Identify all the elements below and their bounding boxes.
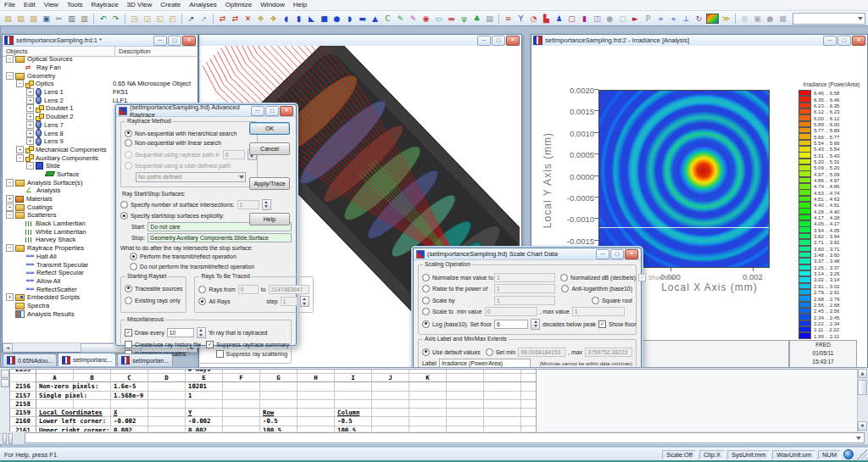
expand-toggle-icon[interactable]: + (16, 146, 24, 153)
field-2147483647[interactable]: 2147483647 (269, 285, 309, 294)
toolbar-combobox[interactable] (793, 13, 865, 25)
button-cancel[interactable]: Cancel (249, 142, 290, 155)
expand-toggle-icon[interactable]: − (6, 55, 14, 63)
field-10[interactable]: 10 (167, 328, 194, 337)
cell-K-2157[interactable] (409, 392, 447, 400)
radio-existing-rays-only[interactable]: Existing rays only (125, 297, 181, 304)
field-0[interactable]: 0 (238, 285, 259, 294)
menu-file[interactable]: File (0, 0, 19, 10)
new-from-template-icon[interactable]: ▤ (14, 13, 27, 25)
splitter-button-icon[interactable] (1, 370, 9, 378)
cell-A-h[interactable]: A (36, 374, 74, 382)
cell-C-h[interactable]: C (111, 374, 148, 382)
cell-I-2158[interactable] (335, 400, 372, 409)
cell-x-2160[interactable] (484, 417, 521, 426)
trace-and-render-icon[interactable]: ⇄ (229, 13, 242, 25)
view-orient-1-icon[interactable]: ◳ (128, 13, 141, 25)
curve-icon[interactable]: C (381, 13, 394, 25)
trace-rays-icon[interactable]: ⇄ (216, 13, 229, 25)
cell-x-2158[interactable] (521, 400, 537, 409)
output-spreadsheet[interactable]: 2155# RaysABCDEFGHIJK2156Non-zero pixels… (9, 369, 537, 432)
button-apply-trace[interactable]: Apply/Trace (249, 177, 290, 190)
cell-C-2157[interactable]: 1.568e-9 (111, 392, 148, 400)
radio-traceable-sources[interactable]: Traceable sources (125, 285, 182, 292)
cell-I-2159[interactable]: Column (335, 409, 372, 417)
cell-K-2156[interactable] (409, 382, 447, 391)
cell-J-2158[interactable] (372, 400, 409, 409)
step-forward-icon[interactable]: » (654, 13, 667, 25)
ray-chart-icon[interactable]: Y (515, 13, 527, 25)
minimize-icon[interactable]: — (153, 36, 167, 46)
spinner-control[interactable] (531, 319, 540, 330)
cell-x-2156[interactable] (447, 382, 484, 391)
field-1[interactable]: 1 (494, 273, 555, 282)
splitter-button-icon[interactable] (1, 379, 9, 387)
undo-icon[interactable]: ↶ (97, 13, 109, 25)
row-number[interactable] (10, 374, 36, 382)
radio-square-root[interactable]: Square root (592, 297, 632, 304)
expand-toggle-icon[interactable]: + (26, 104, 34, 112)
cell-A-2160[interactable]: Lower left corner: (36, 417, 74, 426)
cell-H-2159[interactable] (298, 409, 335, 417)
cell-G-2156[interactable] (260, 382, 298, 391)
cell-C-2160[interactable]: -0.002 (111, 417, 148, 426)
field-3759752-38223[interactable]: 3759752.38223 (585, 348, 632, 357)
radio-sequential-using-raytrace-path[interactable]: Sequential using raytrace path #: (125, 151, 220, 159)
zoom-window-icon[interactable]: ◎ (738, 13, 751, 25)
cell-G-h[interactable]: G (260, 374, 298, 382)
cell-x-2159[interactable] (521, 409, 537, 417)
irradiance-false-color-plot[interactable] (598, 90, 770, 268)
tree-item-geometry[interactable]: −Geometry (3, 71, 198, 80)
3d-view-titlebar[interactable]: — □ ✕ (199, 35, 521, 47)
cell-E-2156[interactable]: 10201 (186, 382, 223, 391)
tree-item-optics[interactable]: −Optics0.65 NA Microscope Object (3, 80, 198, 88)
expand-toggle-icon[interactable]: + (26, 121, 34, 129)
field-98-0068184153[interactable]: 98.0068184153 (518, 348, 565, 357)
source-alt-icon[interactable]: ❖ (267, 13, 280, 25)
cell-J-2156[interactable] (372, 382, 409, 391)
close-icon[interactable]: ✕ (182, 36, 196, 46)
maximize-icon[interactable]: □ (265, 106, 279, 116)
delete-rays-icon[interactable]: ✕ (242, 13, 254, 25)
cell-F-2158[interactable] (223, 400, 260, 409)
cell-x-2158[interactable] (447, 400, 484, 409)
cell-E-2160[interactable]: -0.002 (186, 417, 223, 426)
cell-F-h[interactable]: F (223, 374, 260, 382)
field-0[interactable]: 0 (223, 150, 245, 159)
radio-specify-number-of-surface-intersections[interactable]: Specify number of surface intersections: (120, 201, 235, 209)
radio-normalize-max-value-to[interactable]: Normalize max value to (422, 274, 492, 281)
half-lens-icon[interactable]: ◗ (343, 13, 356, 25)
expand-toggle-icon[interactable]: + (26, 97, 34, 104)
cell-G-2159[interactable]: Row (260, 409, 298, 417)
radio-rays-from[interactable]: Rays from (198, 286, 235, 293)
radio-scale-by[interactable]: Scale by (422, 297, 492, 304)
cell-E-h[interactable]: E (186, 374, 223, 382)
cell-C-2159[interactable]: X (111, 409, 148, 417)
doc-icon[interactable]: ▤ (483, 13, 496, 25)
expand-toggle-icon[interactable]: + (26, 130, 34, 137)
cell-G-2158[interactable] (260, 400, 298, 409)
bars-icon[interactable]: ▮ (578, 13, 591, 25)
chart-red-icon[interactable]: ▙ (540, 13, 553, 25)
cell-D-2157[interactable] (148, 392, 186, 400)
menu-create[interactable]: Create (156, 0, 185, 10)
new-icon[interactable]: ▤ (2, 13, 14, 25)
cell-I-h[interactable]: I (335, 374, 372, 382)
expand-toggle-icon[interactable]: − (6, 211, 14, 219)
tripod-icon[interactable]: ⊥ (680, 13, 693, 25)
refresh-icon[interactable]: ↻ (693, 13, 705, 25)
sphere-icon[interactable]: ● (331, 13, 343, 25)
source-icon[interactable]: ❖ (254, 13, 267, 25)
polar-plot-icon[interactable]: ◔ (527, 13, 540, 25)
cell-D-2156[interactable] (148, 382, 186, 391)
row-number[interactable]: 2157 (10, 392, 36, 400)
minimize-icon[interactable]: — (477, 36, 491, 46)
check-create-use-ray-history-file[interactable]: Create/use ray history file (125, 341, 201, 348)
lens-icon[interactable]: ◖ (280, 13, 292, 25)
cell-x-2157[interactable] (521, 392, 537, 400)
menu-optimize[interactable]: Optimize (221, 0, 257, 10)
plane-icon[interactable]: ▭ (432, 13, 445, 25)
radio-scale-to[interactable]: Scale to (422, 308, 454, 315)
menu-analyses[interactable]: Analyses (185, 0, 220, 10)
cell-B-h[interactable]: B (74, 374, 111, 382)
